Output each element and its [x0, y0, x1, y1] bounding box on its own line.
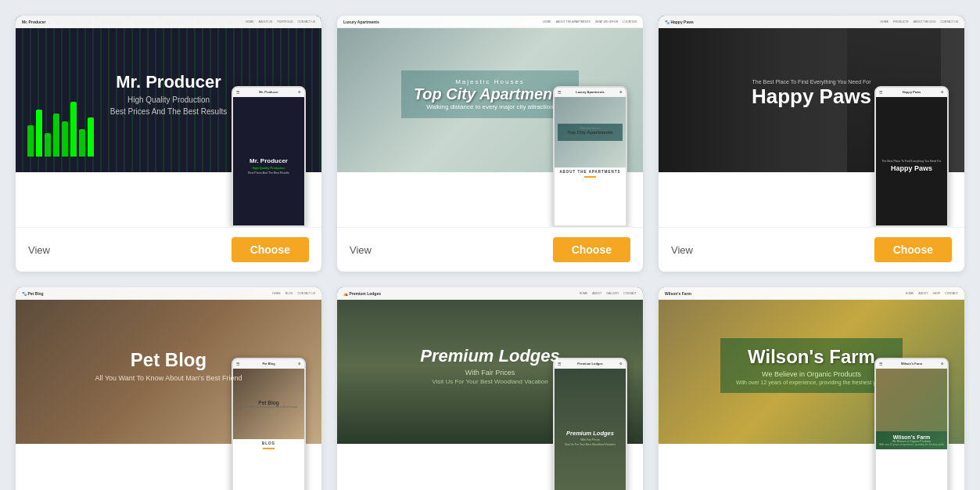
mobile-nav: ☰ Mr. Producer ⚙ — [233, 88, 304, 97]
hero-subtitle2: Best Prices And The Best Results — [110, 107, 227, 116]
view-button[interactable]: View — [350, 244, 372, 256]
nav-logo: ⛺ Premium Lodges — [343, 291, 381, 296]
desktop-nav: Mr. Producer HOME ABOUT US PORTFOLIO CON… — [16, 16, 321, 28]
nav-links: HOME ABOUT SHOP CONTACT — [906, 292, 958, 295]
choose-button[interactable]: Choose — [553, 237, 630, 262]
nav-logo: Wilson's Farm — [665, 291, 691, 296]
nav-logo: Mr. Producer — [22, 20, 46, 24]
mobile-nav: ☰ Luxury Apartments ⚙ — [555, 88, 626, 97]
mobile-nav: ☰ Pet Blog ⚙ — [233, 359, 304, 369]
mobile-hero: Premium Lodges With Fair Prices Visit Us… — [555, 369, 626, 490]
desktop-nav: Luxury Apartments HOME ABOUT THE APARTME… — [337, 16, 643, 28]
card-footer: View Choose — [659, 227, 964, 272]
nav-links: HOME PRODUCTS ABOUT THE DOG CONTACT US — [881, 20, 958, 23]
card-footer: View Choose — [337, 227, 643, 272]
nav-links: HOME ABOUT THE APARTMENTS WHAT WE OFFER … — [543, 20, 637, 23]
view-button[interactable]: View — [28, 244, 50, 256]
mobile-nav: ☰ Premium Lodges ⚙ — [555, 359, 626, 369]
mobile-preview: ☰ Premium Lodges ⚙ Premium Lodges With F… — [553, 358, 627, 490]
nav-links: HOME ABOUT US PORTFOLIO CONTACT US — [246, 20, 315, 23]
nav-logo: 🐾 Happy Paws — [665, 20, 694, 24]
mobile-hero: Mr. Producer High Quality Production Bes… — [233, 97, 304, 227]
card-premium-lodges: ⛺ Premium Lodges HOME ABOUT GALLERY CONT… — [337, 287, 643, 490]
choose-button[interactable]: Choose — [874, 237, 952, 262]
desktop-nav: ⛺ Premium Lodges HOME ABOUT GALLERY CONT… — [337, 287, 643, 300]
card-preview: Mr. Producer HOME ABOUT US PORTFOLIO CON… — [16, 16, 321, 227]
card-preview: 🐾 Pet Blog HOME BLOG CONTACT US Pet Blog… — [16, 287, 321, 490]
mobile-preview: ☰ Mr. Producer ⚙ Mr. Producer High Quali… — [232, 86, 306, 227]
mobile-preview: ☰ Luxury Apartments ⚙ Majestic Houses To… — [553, 86, 627, 227]
card-preview: Wilson's Farm HOME ABOUT SHOP CONTACT Wi… — [659, 287, 964, 490]
mobile-preview: ☰ Wilson's Farm ⚙ Wilson's Farm We Belie… — [874, 358, 949, 490]
hero-subtitle: High Quality Production — [127, 95, 210, 104]
mobile-preview: ☰ Pet Blog ⚙ Pet Blog All You Want To Kn… — [232, 358, 306, 490]
choose-button[interactable]: Choose — [232, 237, 309, 262]
card-wilsons-farm: Wilson's Farm HOME ABOUT SHOP CONTACT Wi… — [659, 287, 964, 490]
hero-title: Mr. Producer — [116, 72, 221, 92]
card-happy-paws: 🐾 Happy Paws HOME PRODUCTS ABOUT THE DOG… — [659, 16, 964, 272]
nav-logo: Luxury Apartments — [343, 20, 379, 24]
card-mr-producer: Mr. Producer HOME ABOUT US PORTFOLIO CON… — [16, 16, 321, 272]
mobile-preview: ☰ Happy Paws ⚙ The Best Place To Find Ev… — [874, 86, 949, 227]
view-button[interactable]: View — [671, 244, 693, 256]
desktop-nav: 🐾 Pet Blog HOME BLOG CONTACT US — [16, 287, 321, 300]
mobile-hero: The Best Place To Find Everything You Ne… — [876, 97, 947, 227]
nav-links: HOME BLOG CONTACT US — [272, 292, 315, 295]
mobile-hero: Pet Blog All You Want To Know About Man'… — [233, 369, 304, 439]
card-footer: View Choose — [16, 227, 321, 272]
card-preview: ⛺ Premium Lodges HOME ABOUT GALLERY CONT… — [337, 287, 643, 490]
card-luxury-apartments: Luxury Apartments HOME ABOUT THE APARTME… — [337, 16, 643, 272]
template-grid: Mr. Producer HOME ABOUT US PORTFOLIO CON… — [16, 16, 964, 490]
nav-logo: 🐾 Pet Blog — [22, 291, 44, 296]
desktop-nav: 🐾 Happy Paws HOME PRODUCTS ABOUT THE DOG… — [659, 16, 964, 28]
card-pet-blog: 🐾 Pet Blog HOME BLOG CONTACT US Pet Blog… — [16, 287, 321, 490]
hero-overlay: Majestic Houses Top City Apartments Walk… — [401, 70, 579, 118]
nav-links: HOME ABOUT GALLERY CONTACT — [580, 292, 637, 295]
desktop-nav: Wilson's Farm HOME ABOUT SHOP CONTACT — [659, 287, 964, 300]
mobile-nav: ☰ Happy Paws ⚙ — [876, 88, 947, 97]
card-preview: 🐾 Happy Paws HOME PRODUCTS ABOUT THE DOG… — [659, 16, 964, 227]
card-preview: Luxury Apartments HOME ABOUT THE APARTME… — [337, 16, 643, 227]
mobile-hero: Majestic Houses Top City Apartments Walk… — [555, 97, 626, 168]
mobile-nav: ☰ Wilson's Farm ⚙ — [876, 359, 947, 369]
